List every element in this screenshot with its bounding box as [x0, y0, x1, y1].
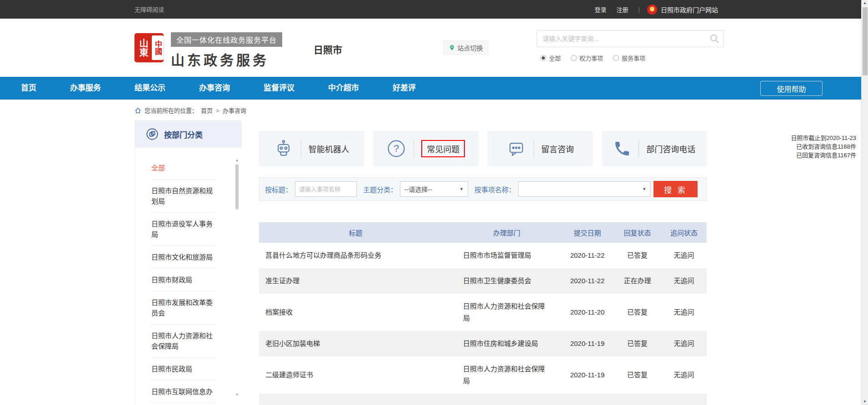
filter-category-label: 主题分类： — [363, 185, 397, 194]
breadcrumb-home[interactable]: 首页 — [201, 105, 213, 116]
sidebar-item-natural-resources[interactable]: 日照市自然资源和规划局 — [151, 180, 216, 213]
chevron-down-icon: ▼ — [459, 187, 464, 191]
portal-link[interactable]: 日照市政府门户网站 — [661, 5, 718, 14]
scope-radio-service[interactable]: 服务事项 — [613, 54, 645, 62]
category-select[interactable]: --请选择-- ▼ — [400, 181, 468, 197]
sidebar-item-finance[interactable]: 日照市财政局 — [151, 269, 216, 291]
sidebar-item-development-reform[interactable]: 日照市发展和改革委员会 — [151, 291, 216, 325]
row-follow-status: 无追问 — [661, 369, 707, 381]
table-header-row: 标题 办理部门 提交日期 回复状态 追问状态 — [259, 222, 707, 243]
row-title-link[interactable]: 老旧小区加装电梯 — [259, 338, 452, 350]
tab-faq[interactable]: ? 常见问题 — [374, 131, 479, 166]
tab-label-message: 留言咨询 — [541, 143, 574, 155]
item-name-select[interactable]: ▼ — [518, 181, 651, 197]
breadcrumb-separator: > — [216, 105, 219, 116]
row-dept: 日照市卫生健康委员会 — [452, 275, 561, 287]
sidebar-item-internet-info[interactable]: 日照市互联网信息办 — [151, 380, 216, 403]
filter-bar: 按标题： 主题分类： --请选择-- ▼ 按事项名称： ▼ 搜 索 — [259, 177, 707, 201]
table-row: 档案接收 日照市人力资源和社会保障局 2020-11-20 已答复 无追问 — [259, 294, 707, 331]
row-reply-status: 已答复 — [614, 338, 661, 350]
page-scrollbar-thumb[interactable] — [863, 7, 868, 75]
row-date: 2020-11-20 — [561, 306, 614, 318]
topbar: 无障碍阅读 登录 注册 | ★ 日照市政府门户网站 — [0, 0, 868, 19]
sidebar-item-veterans[interactable]: 日照市退役军人事务局 — [151, 213, 216, 246]
tab-phone-consult[interactable]: 部门咨询电话 — [602, 131, 707, 166]
scroll-up-icon[interactable]: ▲ — [234, 158, 240, 163]
row-follow-status: 无追问 — [661, 250, 707, 261]
sidebar-scrollbar[interactable]: ▲ ▼ — [234, 158, 240, 398]
robot-icon — [274, 139, 294, 159]
scope-radio-power[interactable]: 权力事项 — [571, 54, 603, 62]
message-icon — [506, 139, 526, 159]
sidebar-header: 按部门分类 — [135, 120, 242, 148]
scroll-down-icon[interactable]: ▼ — [862, 399, 868, 405]
brand-title: 山东政务服务 — [171, 49, 282, 69]
tab-label-faq-highlighted: 常见问题 — [421, 140, 465, 157]
search-scope-group: 全部 权力事项 服务事项 — [540, 54, 724, 62]
sidebar-item-culture-tourism[interactable]: 日照市文化和旅游局 — [151, 246, 216, 269]
register-link[interactable]: 注册 — [617, 5, 629, 14]
breadcrumb-current[interactable]: 办事咨询 — [223, 105, 246, 116]
nav-item-supervision[interactable]: 监督评议 — [250, 77, 308, 100]
login-link[interactable]: 登录 — [595, 5, 607, 14]
row-date: 2020-11-19 — [561, 338, 614, 350]
row-title-link[interactable]: 档案接收 — [259, 306, 452, 318]
site-switch-button[interactable]: 站点切换 — [443, 40, 489, 55]
home-icon — [135, 107, 141, 114]
col-header-title: 标题 — [259, 228, 452, 237]
help-button[interactable]: 使用帮助 — [760, 81, 823, 96]
filter-search-button[interactable]: 搜 索 — [653, 181, 698, 197]
nav-item-results[interactable]: 结果公示 — [121, 77, 179, 100]
table-row: 莒县什么地方可以办理商品条形码业务 日照市市场监督管理局 2020-11-22 … — [259, 243, 707, 268]
consultation-table: 标题 办理部门 提交日期 回复状态 追问状态 莒县什么地方可以办理商品条形码业务… — [259, 222, 707, 405]
nav-item-rating[interactable]: 好差评 — [379, 77, 429, 100]
col-header-follow: 追问状态 — [661, 228, 707, 237]
row-title-link[interactable]: 莒县什么地方可以办理商品条形码业务 — [259, 250, 452, 261]
sidebar-scrollbar-thumb[interactable] — [235, 164, 239, 210]
stats-line-deadline: 日照市截止到2020-11-23 — [769, 134, 856, 142]
search-magnifier-button[interactable] — [705, 30, 723, 47]
page-scrollbar[interactable]: ▲ ▼ — [861, 0, 868, 405]
sidebar-title: 按部门分类 — [164, 129, 203, 140]
keyword-search-input[interactable] — [537, 35, 705, 42]
scroll-up-icon[interactable]: ▲ — [862, 0, 868, 6]
site-switch-label: 站点切换 — [458, 43, 483, 52]
row-title-link[interactable]: 准生证办理 — [259, 275, 452, 287]
tab-divider — [414, 140, 414, 158]
nav-item-consultation[interactable]: 办事咨询 — [185, 77, 244, 100]
phone-icon — [613, 140, 631, 158]
scope-radio-all[interactable]: 全部 — [540, 54, 561, 62]
svg-text:?: ? — [394, 143, 399, 154]
main-navbar: 首页 办事服务 结果公示 办事咨询 监督评议 中介超市 好差评 使用帮助 — [0, 77, 868, 100]
nav-item-home[interactable]: 首页 — [7, 77, 50, 100]
sidebar-item-civil-affairs[interactable]: 日照市民政局 — [151, 358, 216, 380]
nav-item-services[interactable]: 办事服务 — [56, 77, 115, 100]
shandong-seal-logo: 山東 中國 — [135, 33, 164, 62]
scope-label: 全部 — [549, 54, 561, 62]
tab-smart-robot[interactable]: 智能机器人 — [259, 131, 364, 166]
tab-divider — [301, 140, 301, 158]
filter-title-input[interactable] — [295, 181, 357, 197]
location-pin-icon — [449, 44, 455, 51]
platform-badge: 全国一体化在线政务服务平台 — [171, 32, 282, 47]
tab-message-consult[interactable]: 留言咨询 — [488, 131, 593, 166]
header-search-area: 全部 权力事项 服务事项 — [537, 30, 724, 62]
sidebar-item-human-resources[interactable]: 日照市人力资源和社会保障局 — [151, 325, 216, 358]
row-title-link[interactable]: 二级建造师证书 — [259, 369, 452, 381]
tab-label-phone: 部门咨询电话 — [646, 143, 695, 155]
scroll-down-icon[interactable]: ▼ — [234, 392, 240, 398]
row-follow-status: 无追问 — [661, 338, 707, 350]
city-name: 日照市 — [314, 42, 342, 56]
tab-divider — [534, 140, 534, 158]
stats-line-received: 已收到咨询信息1168件 — [769, 142, 856, 151]
sidebar-item-all[interactable]: 全部 — [151, 157, 216, 180]
keyword-search-box — [537, 30, 724, 47]
row-follow-status: 无追问 — [661, 275, 707, 287]
col-header-reply: 回复状态 — [614, 228, 661, 237]
row-reply-status: 正在办理 — [614, 275, 661, 287]
accessibility-link[interactable]: 无障碍阅读 — [135, 5, 164, 14]
row-dept: 日照市市场监督管理局 — [452, 250, 561, 261]
nav-item-intermediary[interactable]: 中介超市 — [314, 77, 373, 100]
row-reply-status: 已答复 — [614, 306, 661, 318]
question-icon: ? — [386, 139, 406, 159]
